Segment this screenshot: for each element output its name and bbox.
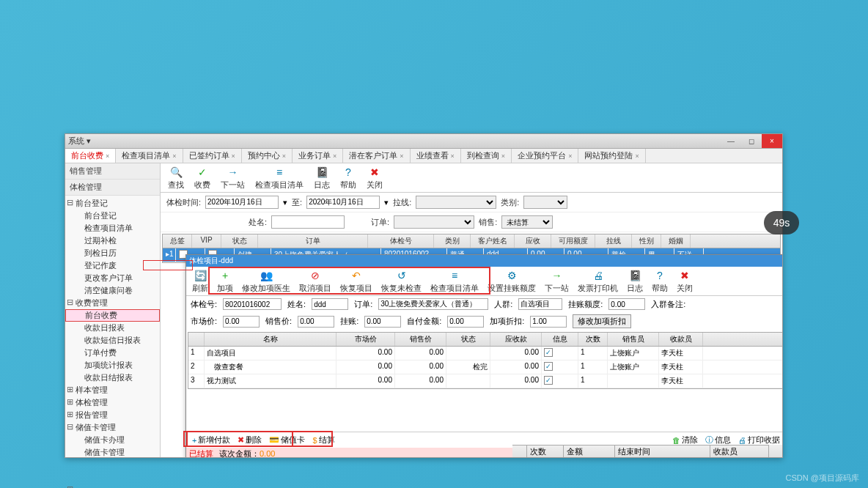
toolbar-下一站[interactable]: →下一站: [216, 165, 249, 191]
col-header[interactable]: 性别: [632, 234, 661, 248]
tree-node[interactable]: 清空健康问卷: [65, 284, 160, 297]
minimize-button[interactable]: —: [721, 134, 741, 148]
col-header[interactable]: 拉线: [595, 234, 632, 248]
item-col-header[interactable]: 名称: [205, 333, 336, 346]
col-header[interactable]: 客户姓名: [471, 234, 515, 248]
tab-企业预约平台[interactable]: 企业预约平台×: [512, 149, 578, 163]
tree-node[interactable]: 加项统计报表: [65, 359, 160, 371]
tree-node[interactable]: 储值卡管理: [65, 446, 160, 457]
group-input[interactable]: [518, 298, 562, 310]
dropdown-icon[interactable]: ▾: [283, 198, 287, 207]
self-input[interactable]: [447, 316, 484, 328]
hist-col-header[interactable]: 次数: [527, 445, 564, 457]
tree-node[interactable]: 前台登记: [65, 197, 160, 210]
date-to-input[interactable]: [306, 196, 380, 209]
tree-node[interactable]: 订单付费: [65, 347, 160, 359]
discount-input[interactable]: [530, 316, 567, 328]
col-header[interactable]: 婚姻: [661, 234, 691, 248]
sw-toolbar-帮助[interactable]: ?帮助: [647, 268, 672, 295]
hist-col-header[interactable]: 收款员: [710, 445, 769, 457]
tree-node[interactable]: 前台收费: [65, 309, 160, 322]
tab-检查项目清单[interactable]: 检查项目清单×: [116, 149, 183, 163]
tree-node[interactable]: 收款短信日报表: [65, 334, 160, 347]
toolbar-日志[interactable]: 📓日志: [309, 165, 334, 191]
sidebar-cat-sales[interactable]: 销售管理: [65, 163, 160, 180]
item-col-header[interactable]: 信息: [542, 333, 578, 346]
tab-网站预约登陆[interactable]: 网站预约登陆×: [578, 149, 645, 163]
sale-select[interactable]: 未结算: [501, 215, 553, 229]
tab-业务订单[interactable]: 业务订单×: [293, 149, 343, 163]
col-header[interactable]: 应收: [515, 234, 551, 248]
tab-close-icon[interactable]: ×: [635, 152, 639, 160]
sale-input[interactable]: [298, 316, 334, 328]
tree-node[interactable]: 储值卡办理: [65, 434, 160, 446]
tab-close-icon[interactable]: ×: [232, 152, 235, 160]
maximize-button[interactable]: ◻: [741, 134, 762, 148]
order-select[interactable]: [394, 215, 474, 229]
col-header[interactable]: 状态: [221, 234, 258, 248]
tree-node[interactable]: 收款日结报表: [65, 371, 160, 384]
tree-node[interactable]: 储值卡管理: [65, 421, 160, 434]
toolbar-帮助[interactable]: ?帮助: [336, 165, 361, 191]
item-col-header[interactable]: 收款员: [659, 333, 703, 346]
tab-close-icon[interactable]: ×: [282, 152, 286, 160]
col-header[interactable]: 体检号: [368, 234, 434, 248]
tree-node[interactable]: 体检管理: [65, 396, 160, 409]
item-row[interactable]: 2 微查套餐0.000.00检完0.00✓1上饶账户李天柱: [188, 361, 782, 374]
tree-node[interactable]: 检查项目清单: [65, 222, 160, 234]
credit-input[interactable]: [608, 298, 645, 310]
tab-close-icon[interactable]: ×: [568, 152, 572, 160]
tree-node[interactable]: 收费管理: [65, 297, 160, 309]
system-menu[interactable]: 系统 ▾: [68, 136, 91, 147]
toolbar-收费[interactable]: ✓收费: [190, 165, 215, 191]
item-col-header[interactable]: 销售价: [395, 333, 446, 346]
hist-col-header[interactable]: 结束时间: [615, 445, 710, 457]
tab-预约中心[interactable]: 预约中心×: [242, 149, 293, 163]
col-header[interactable]: 类别: [434, 234, 471, 248]
date-from-input[interactable]: [205, 196, 279, 209]
sw-toolbar-发票打印机[interactable]: 🖨发票打印机: [573, 268, 622, 295]
col-header[interactable]: 订单: [258, 234, 368, 248]
modify-discount-button[interactable]: 修改加项折扣: [573, 314, 631, 328]
line-select[interactable]: [416, 196, 496, 209]
hist-col-header[interactable]: [512, 445, 527, 457]
sw-toolbar-日志[interactable]: 📓日志: [622, 268, 647, 295]
name-input[interactable]: [312, 298, 348, 310]
tab-前台收费[interactable]: 前台收费×: [65, 149, 116, 163]
tab-close-icon[interactable]: ×: [172, 152, 176, 160]
sw-toolbar-关闭[interactable]: ✖关闭: [672, 268, 697, 295]
tree-node[interactable]: 到检日历: [65, 247, 160, 259]
exam-no-input[interactable]: [223, 298, 282, 310]
toolbar-关闭[interactable]: ✖关闭: [362, 165, 387, 191]
sidebar-cat-exam[interactable]: 体检管理: [65, 180, 160, 196]
tree-node[interactable]: 过期补检: [65, 234, 160, 247]
item-col-header[interactable]: 状态: [446, 333, 490, 346]
tab-已签约订单[interactable]: 已签约订单×: [183, 149, 242, 163]
tab-close-icon[interactable]: ×: [501, 152, 505, 160]
proc-input[interactable]: [271, 215, 345, 229]
tab-close-icon[interactable]: ×: [333, 152, 336, 160]
item-col-header[interactable]: 销售员: [608, 333, 659, 346]
hist-col-header[interactable]: 金额: [564, 445, 615, 457]
sw-toolbar-设置挂账额度[interactable]: ⚙设置挂账额度: [483, 268, 540, 295]
item-col-header[interactable]: 应收款: [490, 333, 542, 346]
close-button[interactable]: ×: [762, 134, 782, 148]
col-header[interactable]: 可用额度: [551, 234, 595, 248]
item-col-header[interactable]: 市场价: [336, 333, 395, 346]
market-input[interactable]: [223, 316, 260, 328]
credit2-input[interactable]: [364, 316, 401, 328]
col-header[interactable]: VIP: [192, 234, 221, 248]
type-select[interactable]: [523, 196, 567, 209]
tab-close-icon[interactable]: ×: [400, 152, 403, 160]
toolbar-检查项目清单[interactable]: ≡检查项目清单: [251, 165, 308, 191]
item-col-header[interactable]: [188, 333, 205, 346]
tree-node[interactable]: 更改客户订单: [65, 272, 160, 284]
tab-业绩查看[interactable]: 业绩查看×: [411, 149, 461, 163]
sw-toolbar-下一站[interactable]: →下一站: [540, 268, 573, 295]
tree-node[interactable]: 收款日报表: [65, 322, 160, 334]
tree-node[interactable]: 样本管理: [65, 384, 160, 396]
tab-close-icon[interactable]: ×: [106, 152, 109, 160]
tree-node[interactable]: 前台登记: [65, 210, 160, 222]
item-row[interactable]: 1自选项目0.000.000.00✓1上饶账户李天柱: [188, 347, 782, 361]
tab-到检查询[interactable]: 到检查询×: [461, 149, 512, 163]
